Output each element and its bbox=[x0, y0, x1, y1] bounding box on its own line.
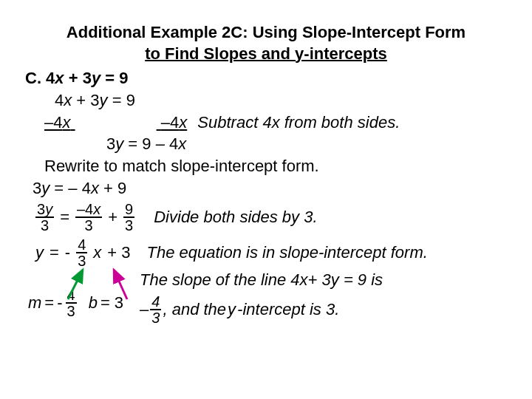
step-line: 3y = – 4x + 9 bbox=[25, 177, 517, 200]
step-line: y =- 4 3 x + 3 The equation is in slope-… bbox=[25, 237, 517, 268]
fraction: –4x 3 bbox=[75, 202, 102, 233]
comment: Subtract 4x from both sides. bbox=[197, 113, 400, 132]
step-line: –4x –4x bbox=[25, 112, 187, 134]
comment: Divide both sides by 3. bbox=[154, 206, 317, 228]
slide: Additional Example 2C: Using Slope-Inter… bbox=[0, 0, 532, 325]
result-line: m =- 4 3 b = 3 bbox=[25, 287, 123, 318]
title-line1: Additional Example 2C: Using Slope-Inter… bbox=[66, 23, 466, 41]
step-line: 3y 3 = –4x 3 + 9 3 Divide both sides by … bbox=[25, 202, 517, 233]
comment: Rewrite to match slope-intercept form. bbox=[25, 155, 517, 177]
comment: The equation is in slope-intercept form. bbox=[147, 242, 428, 264]
comment: The slope of the line 4x+ 3y = 9 is – 4 … bbox=[140, 270, 383, 325]
fraction: 9 3 bbox=[123, 202, 134, 233]
problem-line: C. 4x + 3y = 9 bbox=[25, 67, 517, 89]
step-line: 4x + 3y = 9 bbox=[25, 89, 517, 112]
title: Additional Example 2C: Using Slope-Inter… bbox=[15, 22, 517, 64]
title-line2: to Find Slopes and y-intercepts bbox=[145, 44, 387, 63]
content: C. 4x + 3y = 9 4x + 3y = 9 –4x –4x Subtr… bbox=[15, 67, 517, 325]
fraction: 4 3 bbox=[66, 287, 77, 318]
fraction: 3y 3 bbox=[35, 202, 54, 233]
fraction: 4 3 bbox=[76, 237, 87, 268]
step-line: 3y = 9 – 4x bbox=[25, 133, 517, 155]
fraction: 4 3 bbox=[150, 294, 161, 325]
